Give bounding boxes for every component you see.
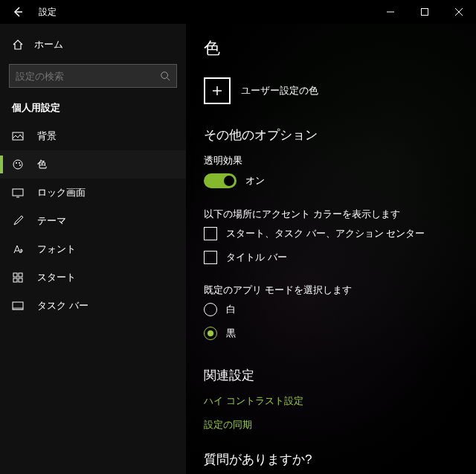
other-options-heading: その他のオプション xyxy=(204,126,458,144)
checkbox-label: タイトル バー xyxy=(226,251,287,264)
svg-point-4 xyxy=(16,162,17,164)
custom-color-button[interactable] xyxy=(204,77,231,104)
app-mode-option-light[interactable]: 白 xyxy=(204,303,458,316)
link-sync-settings[interactable]: 設定の同期 xyxy=(204,418,458,432)
maximize-icon xyxy=(421,8,428,16)
page-title: 色 xyxy=(204,37,458,60)
search-input[interactable] xyxy=(16,71,160,82)
home-label: ホーム xyxy=(34,38,63,51)
svg-rect-0 xyxy=(422,9,428,16)
plus-icon xyxy=(211,85,223,97)
link-high-contrast[interactable]: ハイ コントラスト設定 xyxy=(204,394,458,408)
window-title: 設定 xyxy=(39,6,57,19)
svg-rect-7 xyxy=(13,189,23,196)
search-icon xyxy=(160,71,170,81)
checkbox-label: スタート、タスク バー、アクション センター xyxy=(226,227,425,240)
app-mode-heading: 既定のアプリ モードを選択します xyxy=(204,284,458,297)
monitor-icon xyxy=(12,187,24,199)
custom-color-label: ユーザー設定の色 xyxy=(241,84,318,97)
svg-point-6 xyxy=(19,164,21,166)
start-icon xyxy=(12,272,24,284)
search-box[interactable] xyxy=(9,64,177,88)
sidebar-item-start[interactable]: スタート xyxy=(0,263,186,292)
svg-rect-13 xyxy=(13,307,23,310)
maximize-button[interactable] xyxy=(408,0,442,24)
radio-label: 白 xyxy=(226,303,236,316)
taskbar-icon xyxy=(12,300,24,312)
sidebar-item-label: スタート xyxy=(37,271,76,284)
home-icon xyxy=(12,39,24,51)
sidebar-item-label: ロック画面 xyxy=(37,186,86,199)
related-heading: 関連設定 xyxy=(204,367,458,384)
sidebar: ホーム 個人用設定 背景 色 ロック画面 xyxy=(0,24,186,474)
transparency-state: オン xyxy=(245,174,265,188)
svg-rect-10 xyxy=(13,278,17,282)
app-mode-option-dark[interactable]: 黒 xyxy=(204,327,458,340)
palette-icon xyxy=(12,158,24,170)
checkbox-icon xyxy=(204,227,217,240)
checkbox-icon xyxy=(204,251,217,264)
sidebar-item-fonts[interactable]: フォント xyxy=(0,235,186,263)
accent-surfaces-heading: 以下の場所にアクセント カラーを表示します xyxy=(204,208,458,221)
brush-icon xyxy=(12,215,24,227)
close-icon xyxy=(455,8,463,16)
sidebar-item-label: タスク バー xyxy=(37,299,89,313)
svg-point-1 xyxy=(161,72,168,79)
titlebar: 設定 xyxy=(0,0,476,24)
help-heading: 質問がありますか? xyxy=(204,451,458,468)
sidebar-section-heading: 個人用設定 xyxy=(0,95,186,122)
transparency-toggle[interactable] xyxy=(204,173,237,188)
minimize-icon xyxy=(387,8,394,16)
main-content: 色 ユーザー設定の色 その他のオプション 透明効果 オン 以下の場所にアクセント… xyxy=(186,24,476,474)
sidebar-item-themes[interactable]: テーマ xyxy=(0,207,186,235)
sidebar-item-lockscreen[interactable]: ロック画面 xyxy=(0,179,186,207)
sidebar-item-background[interactable]: 背景 xyxy=(0,122,186,150)
sidebar-item-taskbar[interactable]: タスク バー xyxy=(0,292,186,320)
transparency-label: 透明効果 xyxy=(204,154,458,167)
back-button[interactable] xyxy=(6,6,30,18)
home-button[interactable]: ホーム xyxy=(0,30,186,60)
sidebar-item-label: テーマ xyxy=(37,214,66,228)
svg-rect-8 xyxy=(13,273,17,277)
radio-icon xyxy=(204,303,217,316)
sidebar-item-label: フォント xyxy=(37,243,76,256)
svg-rect-11 xyxy=(19,278,22,282)
radio-label: 黒 xyxy=(226,327,236,340)
svg-point-3 xyxy=(13,160,22,169)
svg-point-5 xyxy=(19,162,20,164)
svg-rect-9 xyxy=(19,273,22,277)
radio-icon xyxy=(204,327,217,340)
close-button[interactable] xyxy=(442,0,476,24)
accent-check-titlebar[interactable]: タイトル バー xyxy=(204,251,458,264)
minimize-button[interactable] xyxy=(373,0,408,24)
sidebar-item-label: 色 xyxy=(37,158,47,171)
font-icon xyxy=(12,243,24,255)
accent-check-start-taskbar[interactable]: スタート、タスク バー、アクション センター xyxy=(204,227,458,240)
sidebar-item-label: 背景 xyxy=(37,129,57,143)
picture-icon xyxy=(12,130,24,142)
sidebar-item-colors[interactable]: 色 xyxy=(0,150,186,179)
arrow-left-icon xyxy=(12,6,24,18)
